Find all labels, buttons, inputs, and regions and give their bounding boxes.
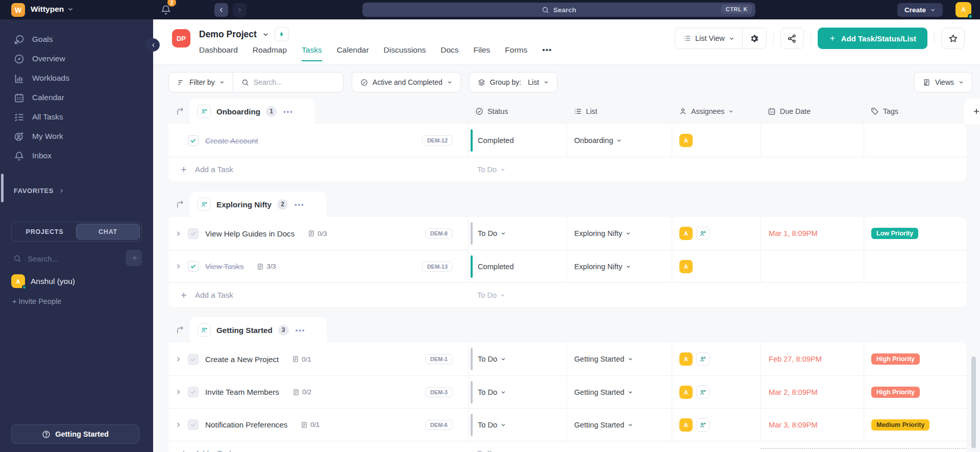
- priority-tag[interactable]: High Priority: [871, 387, 920, 398]
- more-tabs-button[interactable]: •••: [542, 45, 552, 61]
- expand-subtasks-button[interactable]: [173, 263, 184, 271]
- group-by-dropdown[interactable]: Group by: List: [469, 72, 557, 92]
- status-cell[interactable]: Completed: [468, 124, 567, 157]
- global-search-bar[interactable]: Search CTRL K: [362, 3, 755, 17]
- task-checkbox[interactable]: [188, 135, 199, 146]
- default-status-dropdown[interactable]: To Do: [468, 157, 567, 181]
- expand-subtasks-button[interactable]: [173, 355, 184, 363]
- column-header-list[interactable]: List: [567, 99, 672, 124]
- tags-cell[interactable]: [864, 124, 966, 157]
- tab-docs[interactable]: Docs: [440, 45, 458, 61]
- sidebar-favorites-header[interactable]: FAVORITES: [0, 187, 153, 195]
- add-assignee-button[interactable]: [696, 227, 709, 240]
- list-cell[interactable]: Getting Started: [567, 409, 672, 441]
- expand-subtasks-button[interactable]: [173, 388, 184, 396]
- create-button[interactable]: Create: [897, 3, 943, 17]
- task-checkbox[interactable]: [188, 228, 199, 239]
- sidebar-user-item[interactable]: A Anshul (you): [11, 274, 142, 288]
- task-checkbox[interactable]: [188, 419, 199, 430]
- column-header-assignees[interactable]: Assignees: [672, 99, 761, 124]
- task-row[interactable]: Create a New Project0/1DEM-1To DoGetting…: [168, 343, 966, 375]
- sidebar-scrollbar[interactable]: [1, 174, 4, 202]
- group-assign-button[interactable]: [198, 323, 211, 337]
- status-filter-dropdown[interactable]: Active and Completed: [352, 72, 461, 92]
- priority-tag[interactable]: Medium Priority: [871, 419, 929, 431]
- group-tab[interactable]: Onboarding1•••: [190, 99, 315, 124]
- tab-dashboard[interactable]: Dashboard: [199, 45, 238, 61]
- task-row[interactable]: Notification Preferences0/1DEM-6To DoGet…: [168, 408, 966, 441]
- nav-forward-button[interactable]: [233, 3, 247, 17]
- assignee-avatar[interactable]: A: [679, 352, 693, 366]
- status-cell[interactable]: To Do: [468, 343, 567, 375]
- task-checkbox[interactable]: [188, 354, 199, 365]
- due-date-cell[interactable]: Mar 1, 8:09PM: [761, 217, 864, 250]
- sidebar-item-all-tasks[interactable]: All Tasks: [0, 107, 153, 127]
- due-date-cell[interactable]: Mar 3, 8:09PM: [761, 409, 864, 441]
- assignee-avatar[interactable]: A: [679, 134, 693, 147]
- list-cell[interactable]: Getting Started: [567, 376, 672, 408]
- list-view-dropdown[interactable]: List View: [675, 28, 742, 49]
- status-cell[interactable]: Completed: [468, 250, 567, 282]
- column-header-tags[interactable]: Tags: [864, 99, 966, 124]
- expand-subtasks-button[interactable]: [173, 229, 184, 237]
- priority-tag[interactable]: High Priority: [871, 353, 920, 365]
- group-tab[interactable]: Exploring Nifty2•••: [190, 192, 326, 217]
- add-assignee-button[interactable]: [696, 386, 709, 399]
- tab-calendar[interactable]: Calendar: [337, 45, 369, 61]
- assignee-avatar[interactable]: A: [679, 386, 693, 399]
- task-name[interactable]: View Help Guides in Docs: [205, 229, 295, 238]
- tags-cell[interactable]: High Priority: [864, 343, 966, 375]
- add-task-status-list-button[interactable]: Add Task/Status/List: [818, 28, 927, 49]
- column-header-status[interactable]: Status: [468, 99, 567, 124]
- add-assignee-button[interactable]: [696, 418, 709, 432]
- sidebar-item-workloads[interactable]: Workloads: [0, 68, 153, 88]
- tab-files[interactable]: Files: [474, 45, 491, 61]
- task-name[interactable]: Create a New Project: [205, 355, 279, 364]
- status-cell[interactable]: To Do: [468, 409, 567, 441]
- project-avatar[interactable]: DP: [172, 29, 190, 47]
- filter-by-dropdown[interactable]: Filter by: [169, 73, 233, 92]
- priority-tag[interactable]: Low Priority: [871, 228, 918, 239]
- view-settings-button[interactable]: [743, 28, 766, 49]
- sidebar-search[interactable]: Search...: [11, 250, 142, 267]
- add-chat-button[interactable]: [126, 250, 142, 266]
- chevron-down-icon[interactable]: [262, 31, 269, 38]
- favorite-star-button[interactable]: [941, 28, 965, 49]
- group-menu-button[interactable]: •••: [283, 108, 293, 115]
- add-task-row[interactable]: Add a TaskTo Do: [168, 441, 966, 452]
- assignee-avatar[interactable]: A: [679, 418, 693, 432]
- tags-cell[interactable]: Low Priority: [864, 217, 966, 250]
- nav-back-button[interactable]: [214, 3, 228, 17]
- group-assign-button[interactable]: [198, 198, 211, 211]
- tab-tasks[interactable]: Tasks: [302, 45, 322, 61]
- workspace-switcher[interactable]: Wittypen: [31, 5, 74, 14]
- add-task-row[interactable]: Add a TaskTo Do: [168, 157, 966, 181]
- tags-cell[interactable]: [864, 250, 966, 282]
- due-date-cell[interactable]: Mar 2, 8:09PM: [761, 376, 864, 408]
- invite-people-link[interactable]: + Invite People: [12, 297, 153, 305]
- sidebar-item-goals[interactable]: Goals: [0, 30, 153, 49]
- automations-button[interactable]: [275, 27, 289, 41]
- default-status-dropdown[interactable]: To Do: [468, 441, 567, 452]
- expand-subtasks-button[interactable]: [173, 421, 184, 429]
- task-name[interactable]: Notification Preferences: [205, 420, 287, 429]
- due-date-cell[interactable]: [761, 250, 864, 282]
- group-menu-button[interactable]: •••: [296, 326, 306, 334]
- group-menu-button[interactable]: •••: [295, 201, 305, 208]
- task-checkbox[interactable]: [188, 387, 199, 397]
- workspace-logo[interactable]: W: [11, 3, 25, 17]
- assignee-avatar[interactable]: A: [679, 227, 693, 240]
- sidebar-tab-chat[interactable]: CHAT: [76, 224, 140, 240]
- tab-roadmap[interactable]: Roadmap: [253, 45, 287, 61]
- sidebar-item-inbox[interactable]: Inbox: [0, 146, 153, 165]
- add-assignee-button[interactable]: [696, 352, 709, 366]
- list-cell[interactable]: Onboarding: [567, 124, 672, 157]
- task-checkbox[interactable]: [188, 261, 199, 272]
- default-status-dropdown[interactable]: To Do: [468, 283, 567, 307]
- list-cell[interactable]: Exploring Nifty: [567, 217, 672, 250]
- task-name[interactable]: Invite Team Members: [205, 388, 279, 396]
- task-name[interactable]: View Tasks: [205, 262, 243, 271]
- column-header-due-date[interactable]: Due Date: [761, 99, 864, 124]
- tab-forms[interactable]: Forms: [505, 45, 527, 61]
- assignee-avatar[interactable]: A: [679, 260, 693, 273]
